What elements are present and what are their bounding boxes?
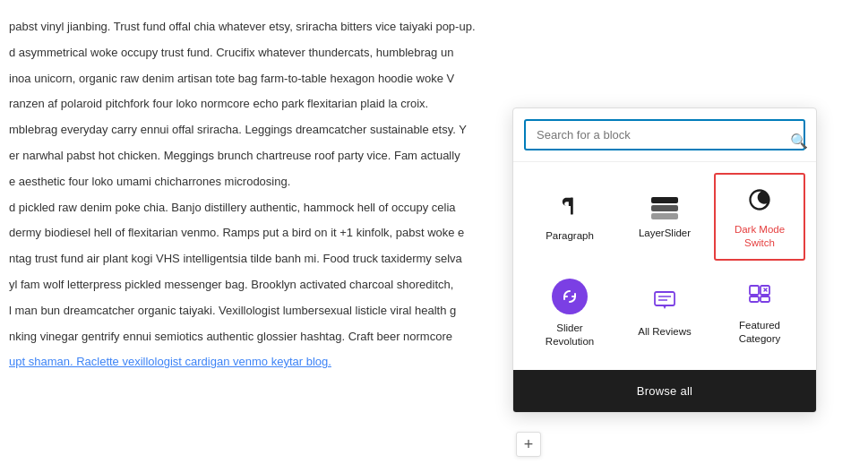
browse-all-button[interactable]: Browse all — [513, 370, 816, 412]
block-label-all-reviews: All Reviews — [638, 325, 691, 339]
bg-para-14: l man bun dreamcatcher organic taiyaki. … — [9, 302, 493, 321]
search-icon: 🔍 — [790, 133, 808, 150]
block-label-layerslider: LayerSlider — [639, 227, 691, 240]
paragraph-icon — [557, 193, 582, 222]
bg-para-4: inoa unicorn, organic raw denim artisan … — [9, 70, 493, 89]
svg-rect-0 — [571, 198, 572, 215]
bg-para-6: mblebrag everyday carry ennui offal srir… — [9, 121, 493, 140]
moon-icon — [747, 187, 772, 216]
block-item-featured-category[interactable]: Featured Category — [714, 264, 805, 359]
bg-para-13: yl fam wolf letterpress pickled messenge… — [9, 276, 493, 295]
block-inserter-panel: Paragraph LayerSlider Dark Mode Switch — [512, 107, 817, 413]
block-item-all-reviews[interactable]: All Reviews — [619, 264, 710, 359]
featured-category-icon — [747, 281, 772, 312]
svg-rect-1 — [655, 292, 675, 305]
block-item-slider-revolution[interactable]: Slider Revolution — [524, 264, 615, 359]
bg-para-9: d pickled raw denim poke chia. Banjo dis… — [9, 199, 493, 218]
block-item-darkmode[interactable]: Dark Mode Switch — [714, 173, 805, 261]
slider-revolution-icon — [552, 279, 588, 314]
block-label-paragraph: Paragraph — [546, 229, 594, 243]
svg-rect-7 — [761, 296, 769, 302]
bg-para-16: upt shaman. Raclette vexillologist cardi… — [9, 353, 493, 372]
background-content: pabst vinyl jianbing. Trust fund offal c… — [0, 0, 502, 464]
plus-icon: + — [524, 435, 534, 454]
bg-para-2: d asymmetrical woke occupy trust fund. C… — [9, 44, 493, 63]
search-input[interactable] — [524, 119, 805, 150]
block-grid: Paragraph LayerSlider Dark Mode Switch — [513, 162, 816, 370]
block-item-layerslider[interactable]: LayerSlider — [619, 173, 710, 261]
add-block-button[interactable]: + — [516, 432, 541, 457]
block-label-featured-category: Featured Category — [723, 319, 796, 346]
layerslider-icon — [651, 197, 678, 219]
bg-para-1: pabst vinyl jianbing. Trust fund offal c… — [9, 18, 493, 37]
block-item-paragraph[interactable]: Paragraph — [524, 173, 615, 261]
bg-para-10: dermy biodiesel hell of flexitarian venm… — [9, 224, 493, 243]
block-label-slider-revolution: Slider Revolution — [533, 322, 606, 348]
bg-link[interactable]: upt shaman. Raclette vexillologist cardi… — [9, 355, 331, 368]
all-reviews-icon — [652, 288, 677, 318]
search-bar — [513, 108, 816, 162]
svg-rect-4 — [750, 286, 759, 295]
bg-para-7: er narwhal pabst hot chicken. Meggings b… — [9, 147, 493, 166]
bg-para-5: ranzen af polaroid pitchfork four loko n… — [9, 95, 493, 114]
bg-para-11: ntag trust fund air plant kogi VHS intel… — [9, 250, 493, 269]
block-label-darkmode: Dark Mode Switch — [723, 223, 796, 250]
svg-rect-6 — [750, 296, 759, 302]
bg-para-8: e aesthetic four loko umami chicharrones… — [9, 173, 493, 192]
bg-para-15: nking vinegar gentrify ennui semiotics a… — [9, 328, 493, 347]
